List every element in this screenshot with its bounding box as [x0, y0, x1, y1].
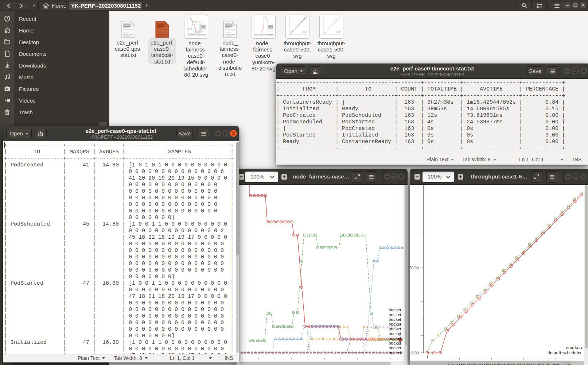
svg-text:default-scheduler: default-scheduler [548, 350, 582, 355]
svg-text:bucket: bucket [389, 350, 401, 355]
svg-text:0.00: 0.00 [411, 351, 418, 355]
svg-text:250.00: 250.00 [410, 266, 419, 270]
